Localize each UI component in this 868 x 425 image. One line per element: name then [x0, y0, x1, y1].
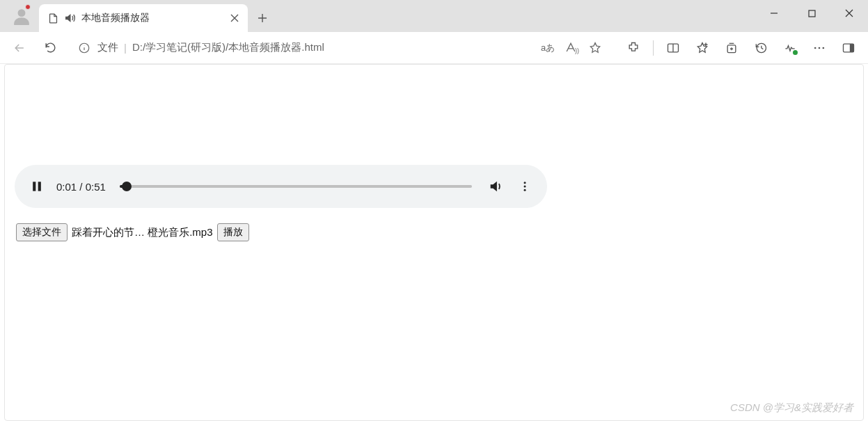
choose-file-button[interactable]: 选择文件	[16, 223, 68, 241]
maximize-button[interactable]	[793, 0, 830, 26]
more-button[interactable]	[805, 34, 833, 62]
back-button[interactable]	[6, 34, 33, 62]
svg-point-7	[819, 47, 821, 49]
file-icon	[47, 13, 59, 24]
read-aloud-icon[interactable]: ))	[564, 40, 579, 56]
separator	[653, 40, 654, 56]
audio-menu-button[interactable]	[515, 177, 535, 196]
address-scheme-label: 文件	[97, 41, 118, 54]
play-button[interactable]: 播放	[217, 223, 249, 241]
sidebar-toggle-button[interactable]	[835, 34, 862, 62]
time-display: 0:01 / 0:51	[56, 181, 106, 193]
address-bar[interactable]: 文件 | D:/学习笔记(研习版)/本地音频播放器.html aあ ))	[71, 36, 613, 60]
new-tab-button[interactable]	[251, 6, 274, 30]
window-controls	[755, 0, 868, 26]
translate-icon[interactable]: aあ	[540, 40, 555, 56]
address-path: D:/学习笔记(研习版)/本地音频播放器.html	[132, 41, 535, 54]
seekbar-thumb[interactable]	[122, 182, 132, 191]
svg-point-8	[823, 47, 825, 49]
favorite-icon[interactable]	[587, 40, 603, 56]
title-bar: 本地音频播放器	[0, 0, 868, 32]
page-viewport: 0:01 / 0:51 选择文件 踩着开心的节… 橙光音乐.mp3 播放 CSD…	[4, 64, 864, 421]
svg-point-13	[524, 182, 526, 184]
svg-rect-10	[851, 44, 854, 52]
extensions-button[interactable]	[620, 34, 647, 62]
sound-icon	[63, 12, 76, 24]
selected-file-name: 踩着开心的节… 橙光音乐.mp3	[72, 226, 213, 239]
tab-title: 本地音频播放器	[81, 12, 223, 24]
browser-tab[interactable]: 本地音频播放器	[39, 4, 248, 32]
minimize-button[interactable]	[755, 0, 793, 26]
split-screen-button[interactable]	[659, 34, 687, 62]
collections-button[interactable]	[718, 34, 745, 62]
info-icon[interactable]	[77, 40, 92, 56]
volume-button[interactable]	[486, 177, 505, 196]
svg-rect-1	[809, 10, 815, 17]
reload-button[interactable]	[36, 34, 64, 62]
favorites-button[interactable]	[688, 34, 716, 62]
close-window-button[interactable]	[830, 0, 868, 26]
svg-point-14	[524, 186, 526, 188]
audio-player: 0:01 / 0:51	[15, 165, 547, 208]
svg-point-6	[814, 47, 816, 49]
watermark-text: CSDN @学习&实践爱好者	[730, 401, 853, 415]
browser-toolbar: 文件 | D:/学习笔记(研习版)/本地音频播放器.html aあ ))	[0, 32, 868, 64]
performance-button[interactable]	[776, 34, 804, 62]
svg-point-15	[524, 189, 526, 191]
toolbar-right	[620, 34, 862, 62]
separator: |	[124, 42, 127, 54]
pause-button[interactable]	[27, 177, 47, 196]
notification-dot-icon	[25, 4, 31, 10]
history-button[interactable]	[747, 34, 775, 62]
file-controls-row: 选择文件 踩着开心的节… 橙光音乐.mp3 播放	[16, 223, 858, 241]
tab-close-button[interactable]	[228, 12, 241, 24]
profile-button[interactable]	[8, 3, 35, 29]
seekbar[interactable]	[120, 185, 472, 188]
svg-rect-11	[33, 182, 35, 191]
svg-rect-12	[38, 182, 41, 191]
svg-point-0	[18, 9, 26, 17]
browser-chrome: 本地音频播放器	[0, 0, 868, 64]
